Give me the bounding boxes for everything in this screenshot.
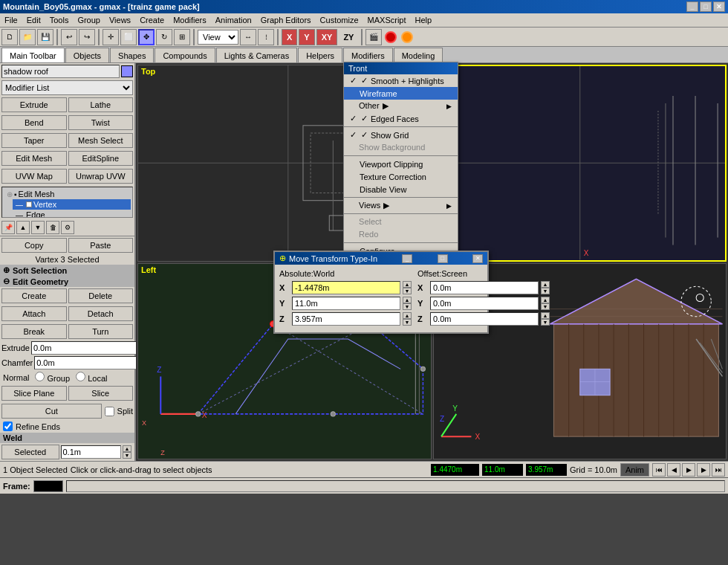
edit-spline-button[interactable]: EditSpline	[68, 151, 134, 166]
mirror-button[interactable]: ↔	[240, 29, 256, 45]
axis-y[interactable]: Y	[299, 29, 314, 45]
ctx-views[interactable]: ✓ Views▶	[344, 199, 458, 212]
viewport-front[interactable]: Tront X	[433, 65, 727, 262]
timeline-slider[interactable]	[66, 480, 725, 492]
minimize-button[interactable]: _	[686, 1, 698, 12]
menu-maxscript[interactable]: MAXScript	[363, 15, 411, 25]
break-button[interactable]: Break	[1, 324, 67, 339]
off-y-input[interactable]	[430, 297, 539, 310]
tab-helpers[interactable]: Helpers	[298, 48, 342, 62]
axis-x[interactable]: X	[282, 29, 297, 45]
tab-modifiers[interactable]: Modifiers	[343, 48, 393, 62]
ctx-show-grid[interactable]: ✓Show Grid	[344, 129, 458, 141]
off-x-up[interactable]: ▲	[541, 281, 550, 288]
abs-y-input[interactable]	[292, 297, 400, 310]
mesh-select-button[interactable]: Mesh Select	[68, 133, 134, 148]
attach-button[interactable]: Attach	[1, 306, 67, 321]
anim-button[interactable]: Anim	[620, 463, 649, 477]
group-radio[interactable]	[35, 372, 45, 381]
taper-button[interactable]: Taper	[1, 133, 67, 148]
ctx-texture-correction[interactable]: ✓Texture Correction	[344, 170, 458, 183]
tab-main-toolbar[interactable]: Main Toolbar	[1, 48, 65, 62]
uvw-map-button[interactable]: UVW Map	[1, 169, 67, 184]
abs-z-up[interactable]: ▲	[403, 312, 412, 319]
delete-button[interactable]: Delete	[68, 288, 134, 303]
abs-x-down[interactable]: ▼	[403, 288, 412, 294]
off-y-down[interactable]: ▼	[541, 303, 550, 310]
menu-group[interactable]: Group	[73, 15, 105, 25]
menu-help[interactable]: Help	[411, 15, 437, 25]
tree-edge[interactable]: — Edge	[13, 210, 131, 218]
menu-animation[interactable]: Animation	[211, 15, 256, 25]
scale-button[interactable]: ⊞	[174, 29, 190, 45]
abs-y-up[interactable]: ▲	[403, 297, 412, 303]
object-color-swatch[interactable]	[121, 65, 133, 77]
ctx-wireframe[interactable]: ✓Wireframe	[344, 87, 458, 100]
weld-selected-button[interactable]: Selected	[1, 445, 59, 459]
move-button[interactable]: ✥	[138, 29, 155, 45]
off-z-down[interactable]: ▼	[541, 319, 550, 326]
lathe-button[interactable]: Lathe	[68, 97, 134, 112]
weld-down[interactable]: ▼	[123, 452, 131, 459]
edit-mesh-button[interactable]: Edit Mesh	[1, 151, 67, 166]
extrude-button[interactable]: Extrude	[1, 97, 67, 112]
slice-plane-button[interactable]: Slice Plane	[1, 386, 67, 401]
tab-lights-cameras[interactable]: Lights & Cameras	[216, 48, 297, 62]
configure-icon[interactable]: ⚙	[61, 221, 74, 234]
tab-modeling[interactable]: Modeling	[394, 48, 443, 62]
off-z-up[interactable]: ▲	[541, 312, 550, 319]
abs-z-input[interactable]	[292, 312, 400, 326]
group-radio-label[interactable]: Group	[35, 372, 70, 383]
navigate-up-icon[interactable]: ▲	[16, 221, 30, 234]
off-x-input[interactable]	[430, 281, 539, 294]
tab-compounds[interactable]: Compounds	[155, 48, 215, 62]
ctx-edged-faces[interactable]: ✓Edged Faces	[344, 112, 458, 125]
menu-views[interactable]: Views	[105, 15, 135, 25]
axis-zy[interactable]: ZY	[339, 29, 358, 45]
undo-button[interactable]: ↩	[61, 29, 77, 45]
select-button[interactable]: ✛	[103, 29, 119, 45]
tree-vertex[interactable]: — Vertex	[13, 199, 131, 210]
reference-coord-select[interactable]: View World Screen	[198, 30, 238, 45]
abs-x-input[interactable]	[292, 281, 400, 294]
end-button[interactable]: ⏭	[712, 463, 725, 477]
menu-file[interactable]: File	[0, 15, 22, 25]
dialog-minimize[interactable]: _	[402, 254, 412, 263]
axis-xy[interactable]: XY	[316, 29, 338, 45]
chamfer-spin-input[interactable]	[34, 356, 141, 369]
menu-graph-editors[interactable]: Graph Editors	[256, 15, 316, 25]
menu-customize[interactable]: Customize	[316, 15, 363, 25]
abs-x-up[interactable]: ▲	[403, 281, 412, 288]
prev-frame-button[interactable]: ◀	[667, 463, 680, 477]
menu-edit[interactable]: Edit	[22, 15, 45, 25]
align-button[interactable]: ⫶	[258, 29, 274, 45]
bend-button[interactable]: Bend	[1, 115, 67, 130]
key-button[interactable]: ⏮	[652, 463, 666, 477]
menu-create[interactable]: Create	[135, 15, 169, 25]
twist-button[interactable]: Twist	[68, 115, 134, 130]
edit-geometry-header[interactable]: ⊖ Edit Geometry	[0, 276, 134, 287]
detach-button[interactable]: Detach	[68, 306, 134, 321]
menu-tools[interactable]: Tools	[45, 15, 74, 25]
extrude-spin-input[interactable]	[31, 341, 138, 355]
object-name-input[interactable]	[1, 65, 120, 78]
ctx-disable-view[interactable]: ✓Disable View	[344, 183, 458, 196]
local-radio-label[interactable]: Local	[76, 372, 107, 383]
rotate-button[interactable]: ↻	[156, 29, 172, 45]
create-button[interactable]: Create	[1, 288, 67, 303]
render-button[interactable]: 🎬	[365, 29, 382, 45]
ctx-smooth-highlights[interactable]: ✓Smooth + Highlights	[344, 74, 458, 87]
paste-button[interactable]: Paste	[68, 238, 134, 253]
tree-edit-mesh[interactable]: ⊕ ▪ Edit Mesh	[4, 189, 131, 199]
slice-button[interactable]: Slice	[68, 386, 134, 401]
dialog-maximize[interactable]: □	[438, 254, 448, 263]
off-x-down[interactable]: ▼	[541, 288, 550, 294]
ctx-viewport-clipping[interactable]: ✓Viewport Clipping	[344, 158, 458, 170]
redo-button[interactable]: ↪	[79, 29, 95, 45]
select-region-button[interactable]: ⬜	[120, 29, 137, 45]
turn-button[interactable]: Turn	[68, 324, 134, 339]
soft-selection-header[interactable]: ⊕ Soft Selection	[0, 265, 134, 276]
dialog-close[interactable]: ✕	[472, 254, 483, 263]
off-y-up[interactable]: ▲	[541, 297, 550, 303]
unwrap-uvw-button[interactable]: Unwrap UVW	[68, 169, 134, 184]
